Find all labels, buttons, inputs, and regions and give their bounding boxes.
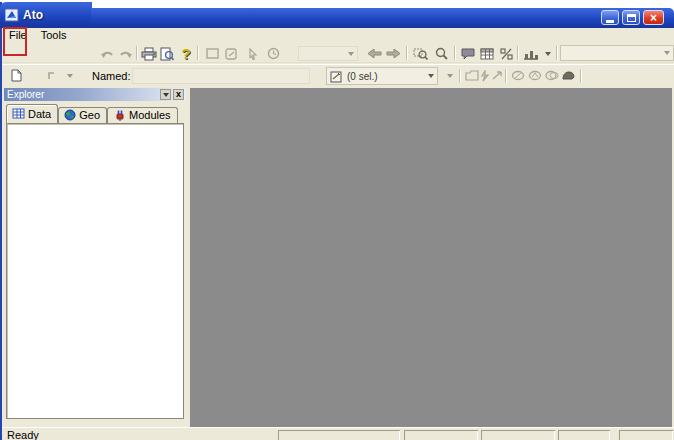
toolbar-separator [454, 46, 455, 60]
chart-icon [523, 48, 539, 60]
status-message: Ready [7, 429, 39, 440]
status-panel [558, 430, 610, 440]
toolbar-separator [556, 46, 557, 60]
shape-tool-button[interactable] [222, 45, 240, 62]
tab-modules[interactable]: Modules [107, 107, 178, 123]
explorer-content-tree[interactable] [6, 123, 184, 419]
titlebar[interactable]: Ato [0, 2, 92, 28]
named-combobox[interactable] [132, 68, 310, 84]
draw-tool-1-icon [511, 70, 525, 81]
app-logo-icon [5, 8, 19, 22]
chevron-down-icon [447, 74, 453, 78]
explorer-menu-button[interactable] [160, 89, 171, 100]
tab-geo[interactable]: Geo [58, 107, 107, 123]
percent-button[interactable] [497, 45, 515, 62]
menu-tools[interactable]: Tools [34, 28, 74, 44]
right-combobox[interactable] [560, 45, 674, 61]
back-arrow-icon [367, 48, 382, 59]
filled-tool-button[interactable] [559, 67, 577, 84]
close-icon: × [650, 12, 657, 24]
maximize-icon [627, 14, 636, 22]
redo-button[interactable] [116, 45, 134, 62]
chevron-down-icon [67, 74, 73, 78]
view-combobox[interactable] [298, 46, 358, 61]
zone-combobox-value: (0 sel.) [343, 71, 378, 82]
print-preview-button[interactable] [158, 45, 176, 62]
zone-icon [330, 70, 343, 83]
toolbar-separator [406, 46, 407, 60]
explorer-panel: Explorer x Data Geo [2, 88, 188, 427]
zone-menu-dropdown-button[interactable] [444, 67, 456, 84]
zone-combobox[interactable]: (0 sel.) [326, 67, 438, 85]
pointer-tool-icon [248, 48, 258, 60]
zoom-window-icon [413, 47, 428, 60]
dim-tool-button[interactable] [45, 67, 63, 84]
secondary-toolbar: Named: (0 sel.) [2, 64, 674, 87]
toolbar-separator [197, 46, 198, 60]
minimize-button[interactable] [601, 10, 619, 25]
rectangle-tool-icon [206, 48, 219, 59]
globe-icon [64, 109, 76, 121]
titlebar-extension[interactable]: × [91, 8, 674, 28]
table-button[interactable] [478, 45, 496, 62]
diagonal-arrow-icon [491, 70, 503, 81]
pointer-tool-button[interactable] [244, 45, 262, 62]
percent-icon [500, 48, 513, 60]
close-icon: x [176, 90, 181, 99]
help-button[interactable]: ? [177, 45, 195, 62]
chevron-down-icon [348, 52, 354, 56]
chart-dropdown-button[interactable] [542, 45, 553, 62]
draw-tool-2-icon [528, 70, 542, 81]
back-button[interactable] [365, 45, 383, 62]
minimize-icon [606, 20, 614, 23]
print-preview-icon [160, 47, 174, 61]
maximize-button[interactable] [622, 10, 640, 25]
annotation-highlight-box [3, 27, 27, 56]
tab-data-label: Data [28, 108, 51, 120]
chart-button[interactable] [521, 45, 541, 62]
dim-tool-icon [48, 71, 61, 81]
print-icon [141, 47, 157, 61]
status-bar: Ready [2, 427, 674, 440]
filled-tool-icon [561, 70, 575, 81]
standard-toolbar: ? [2, 44, 674, 63]
forward-arrow-icon [386, 48, 401, 59]
named-dropdown-button[interactable] [64, 67, 76, 84]
chevron-down-icon [428, 74, 434, 78]
magnifier-icon [435, 47, 448, 60]
undo-button[interactable] [99, 45, 117, 62]
explorer-tabs: Data Geo Modules [6, 103, 178, 123]
rectangle-tool-button[interactable] [203, 45, 221, 62]
explorer-title: Explorer [4, 89, 44, 100]
new-document-button[interactable] [7, 67, 25, 84]
tab-modules-label: Modules [129, 109, 171, 121]
redo-icon [118, 48, 132, 60]
zoom-button[interactable] [432, 45, 450, 62]
zoom-window-button[interactable] [411, 45, 429, 62]
table-grid-icon [12, 108, 25, 119]
new-document-icon [11, 69, 22, 82]
status-panel [481, 430, 555, 440]
tab-geo-label: Geo [79, 109, 100, 121]
draw-tool-3-icon [545, 70, 559, 81]
named-label: Named: [92, 70, 131, 82]
status-panel [278, 430, 400, 440]
document-canvas[interactable] [190, 88, 672, 427]
clock-tool-button[interactable] [264, 45, 282, 62]
toolbar-separator [136, 46, 137, 60]
chevron-down-icon [163, 93, 169, 97]
explorer-titlebar[interactable]: Explorer x [4, 88, 186, 101]
forward-button[interactable] [384, 45, 402, 62]
window-title: Ato [23, 8, 43, 22]
explorer-close-button[interactable]: x [173, 89, 184, 100]
draw-tool-2-button[interactable] [526, 67, 544, 84]
print-button[interactable] [140, 45, 158, 62]
tab-data[interactable]: Data [6, 104, 58, 123]
close-button[interactable]: × [643, 10, 664, 25]
chevron-down-icon [545, 52, 551, 56]
toolbar-separator [580, 69, 581, 83]
draw-tool-1-button[interactable] [509, 67, 527, 84]
diagonal-arrow-tool-button[interactable] [488, 67, 506, 84]
shape-tool-icon [225, 48, 238, 60]
comment-button[interactable] [459, 45, 477, 62]
